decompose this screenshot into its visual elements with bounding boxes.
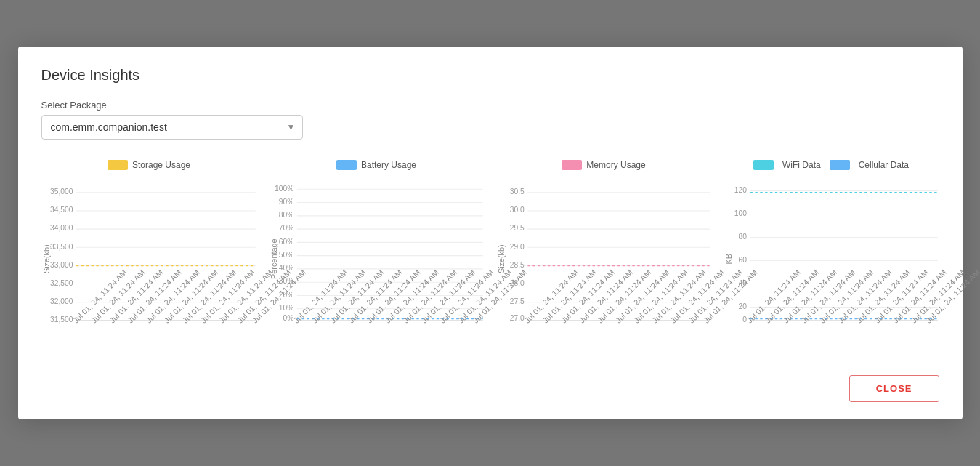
- close-button[interactable]: CLOSE: [849, 375, 939, 402]
- battery-svg: 100% 90% 80% 70% 60% 50% 40% 30% 20% 10%…: [269, 176, 485, 342]
- svg-text:70%: 70%: [278, 225, 293, 233]
- memory-svg: 30.5 30.0 29.5 29.0 28.5 28.0 27.5 27.0 …: [496, 176, 712, 342]
- svg-text:30.0: 30.0: [509, 206, 524, 214]
- svg-text:20: 20: [738, 302, 747, 310]
- memory-chart: Memory Usage 30.5 30.0 29.5 29.0 28.5 28…: [496, 160, 712, 345]
- network-chart: WiFi Data Cellular Data 120 100 80 60 40…: [724, 160, 939, 345]
- svg-text:120: 120: [734, 186, 746, 194]
- svg-text:33,500: 33,500: [50, 243, 73, 251]
- svg-text:80: 80: [738, 233, 747, 241]
- svg-text:29.0: 29.0: [509, 243, 524, 251]
- svg-text:80%: 80%: [278, 211, 293, 219]
- svg-text:30%: 30%: [278, 278, 293, 286]
- battery-chart: Battery Usage 100% 90% 80% 70% 60% 50% 4…: [269, 160, 485, 345]
- svg-text:35,000: 35,000: [50, 188, 73, 196]
- svg-text:Size(kb): Size(kb): [42, 245, 51, 274]
- svg-text:29.5: 29.5: [509, 225, 524, 233]
- svg-text:28.0: 28.0: [509, 279, 524, 287]
- svg-text:10%: 10%: [278, 304, 293, 312]
- battery-legend-swatch: [336, 160, 357, 170]
- wifi-legend-swatch: [753, 160, 774, 170]
- modal-title: Device Insights: [41, 67, 939, 84]
- svg-text:34,000: 34,000: [50, 225, 73, 233]
- svg-text:30.5: 30.5: [509, 188, 524, 196]
- svg-text:40: 40: [738, 279, 747, 287]
- memory-legend-swatch: [562, 160, 582, 170]
- storage-chart: Storage Usage 35,000 34,500 34,000 33,50…: [41, 160, 257, 345]
- svg-text:40%: 40%: [278, 264, 293, 272]
- cellular-legend-label: Cellular Data: [859, 160, 909, 170]
- svg-text:60%: 60%: [278, 238, 293, 246]
- svg-text:90%: 90%: [278, 198, 293, 206]
- device-insights-modal: Device Insights Select Package com.emm.c…: [18, 47, 963, 419]
- svg-text:28.5: 28.5: [509, 261, 524, 269]
- battery-legend: Battery Usage: [269, 160, 485, 170]
- modal-footer: CLOSE: [41, 366, 939, 402]
- battery-legend-label: Battery Usage: [361, 160, 416, 170]
- storage-legend: Storage Usage: [41, 160, 257, 170]
- memory-legend-label: Memory Usage: [586, 160, 645, 170]
- storage-legend-label: Storage Usage: [132, 160, 190, 170]
- svg-text:34,500: 34,500: [50, 206, 73, 214]
- svg-text:32,000: 32,000: [50, 297, 73, 305]
- svg-text:KB: KB: [724, 254, 733, 264]
- svg-text:Percentage: Percentage: [270, 239, 278, 279]
- svg-text:100%: 100%: [275, 185, 293, 193]
- svg-text:Size(kb): Size(kb): [497, 245, 506, 274]
- select-package-label: Select Package: [41, 100, 939, 111]
- package-select-wrapper: com.emm.companion.test ▼: [41, 115, 303, 140]
- network-legend: WiFi Data Cellular Data: [724, 160, 939, 170]
- storage-legend-swatch: [108, 160, 128, 170]
- package-select[interactable]: com.emm.companion.test: [41, 115, 303, 140]
- svg-text:20%: 20%: [278, 291, 293, 299]
- svg-text:31,500: 31,500: [50, 316, 73, 324]
- charts-row: Storage Usage 35,000 34,500 34,000 33,50…: [41, 160, 939, 345]
- wifi-legend-label: WiFi Data: [782, 160, 821, 170]
- svg-text:27.5: 27.5: [509, 297, 524, 305]
- svg-text:33,000: 33,000: [50, 261, 73, 269]
- svg-text:32,500: 32,500: [50, 279, 73, 287]
- cellular-legend-swatch: [830, 160, 850, 170]
- storage-svg: 35,000 34,500 34,000 33,500 33,000 32,50…: [41, 176, 257, 342]
- memory-legend: Memory Usage: [496, 160, 712, 170]
- svg-text:50%: 50%: [278, 251, 293, 259]
- svg-text:60: 60: [738, 256, 747, 264]
- network-svg: 120 100 80 60 40 20 0 KB: [724, 176, 939, 342]
- svg-text:100: 100: [734, 209, 746, 217]
- modal-overlay: Device Insights Select Package com.emm.c…: [0, 0, 980, 466]
